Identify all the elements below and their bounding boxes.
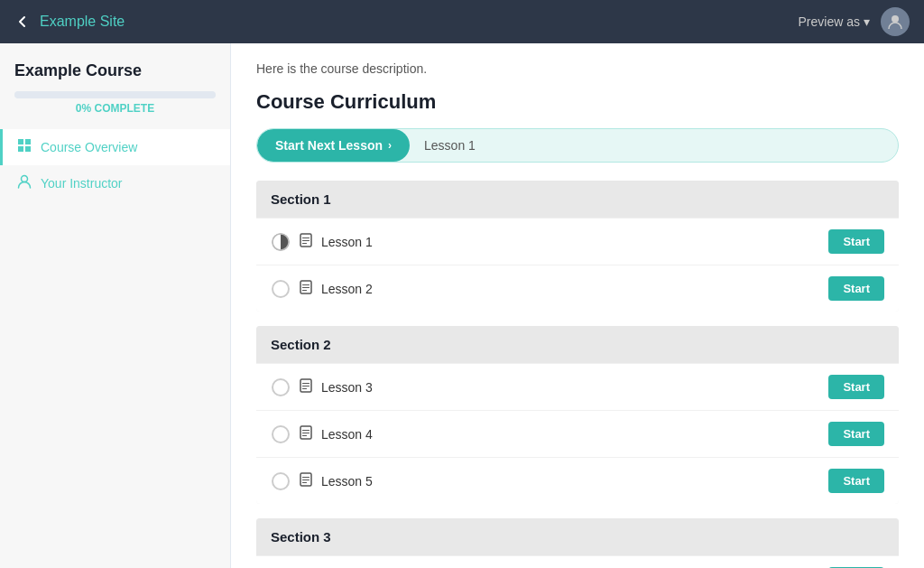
progress-label: 0% COMPLETE [14,102,216,115]
document-icon [300,378,312,396]
svg-point-0 [892,15,899,23]
start-button-lesson-2[interactable]: Start [828,276,884,301]
lesson-not-started-icon [271,279,291,299]
lesson-name-lesson-3: Lesson 3 [321,380,819,395]
sidebar-course-title: Example Course [0,43,230,88]
section-section-2: Section 2Lesson 3StartLesson 4StartLesso… [256,326,899,504]
start-next-lesson-button[interactable]: Start Next Lesson › [257,129,410,162]
lesson-name-lesson-1: Lesson 1 [321,235,819,249]
banner-lesson-name: Lesson 1 [410,129,490,162]
top-navigation: Example Site Preview as ▾ [0,0,924,43]
table-row: Lesson 2Start [256,265,899,312]
svg-rect-2 [25,139,31,144]
start-button-lesson-1[interactable]: Start [828,229,884,254]
sidebar-item-your-instructor[interactable]: Your Instructor [0,165,230,201]
start-button-lesson-4[interactable]: Start [828,422,884,446]
course-description: Here is the course description. [256,61,899,76]
table-row: Lesson 6Start [256,555,899,568]
chevron-down-icon: ▾ [864,14,870,29]
user-avatar[interactable] [881,7,910,36]
section-header-section-1: Section 1 [256,181,899,218]
start-next-button-label: Start Next Lesson [275,138,383,153]
preview-as-button[interactable]: Preview as ▾ [799,14,870,29]
document-icon [300,425,312,442]
back-button[interactable] [14,14,31,30]
lesson-name-lesson-4: Lesson 4 [321,427,819,442]
svg-rect-3 [18,146,23,152]
course-overview-icon [17,138,32,156]
lesson-not-started-icon [271,424,291,444]
table-row: Lesson 4Start [256,410,899,457]
lesson-name-lesson-2: Lesson 2 [321,282,819,296]
lesson-not-started-icon [271,377,291,397]
preview-as-label: Preview as [799,14,860,29]
lesson-in-progress-icon [271,232,291,252]
sidebar-item-label-course-overview: Course Overview [41,140,137,154]
start-button-lesson-5[interactable]: Start [828,469,884,493]
main-layout: Example Course 0% COMPLETE Course Overvi… [0,43,924,568]
sections-container: Section 1 Lesson 1StartLesson 2StartSect… [256,181,899,568]
table-row: Lesson 5Start [256,457,899,504]
sidebar: Example Course 0% COMPLETE Course Overvi… [0,43,231,568]
section-section-1: Section 1 Lesson 1StartLesson 2Start [256,181,899,312]
sidebar-item-label-your-instructor: Your Instructor [41,176,123,191]
table-row: Lesson 1Start [256,218,899,265]
sidebar-item-course-overview[interactable]: Course Overview [0,129,230,165]
instructor-icon [17,174,32,192]
lesson-name-lesson-5: Lesson 5 [321,474,819,489]
svg-rect-1 [18,139,23,144]
main-content: Here is the course description. Course C… [231,43,924,568]
start-next-chevron-icon: › [388,139,392,152]
svg-rect-4 [25,146,31,152]
svg-point-5 [22,176,28,182]
section-section-3: Section 3Lesson 6StartLesson 7Start [256,518,899,568]
section-header-section-3: Section 3 [256,518,899,555]
table-row: Lesson 3Start [256,363,899,410]
document-icon [300,280,312,297]
progress-bar-container: 0% COMPLETE [0,88,230,122]
document-icon [300,472,312,489]
sidebar-navigation: Course Overview Your Instructor [0,129,230,201]
curriculum-title: Course Curriculum [256,90,899,114]
section-header-section-2: Section 2 [256,326,899,363]
progress-bar-background [14,91,216,98]
site-title: Example Site [40,14,125,30]
document-icon [300,233,312,250]
lesson-not-started-icon [271,471,291,491]
start-button-lesson-3[interactable]: Start [828,375,884,399]
start-next-lesson-banner: Start Next Lesson › Lesson 1 [256,128,899,163]
